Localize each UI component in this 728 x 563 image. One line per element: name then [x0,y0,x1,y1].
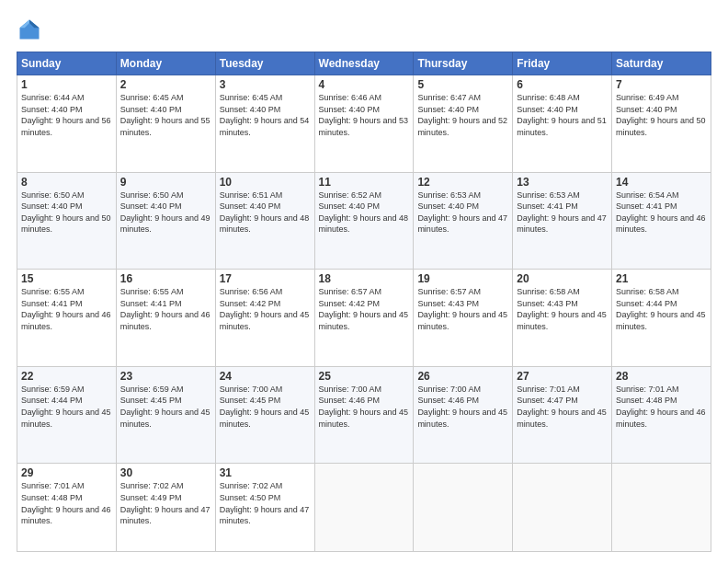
table-row [414,464,513,552]
cell-content: Sunrise: 6:58 AM Sunset: 4:43 PM Dayligh… [517,286,608,332]
table-row [612,464,711,552]
day-number: 4 [319,78,410,91]
table-row: 24 Sunrise: 7:00 AM Sunset: 4:45 PM Dayl… [215,366,314,464]
cell-content: Sunrise: 6:49 AM Sunset: 4:40 PM Dayligh… [616,92,707,138]
day-number: 10 [220,176,311,189]
cell-content: Sunrise: 6:52 AM Sunset: 4:40 PM Dayligh… [319,190,410,236]
table-row: 8 Sunrise: 6:50 AM Sunset: 4:40 PM Dayli… [17,172,117,270]
cell-content: Sunrise: 6:50 AM Sunset: 4:40 PM Dayligh… [120,190,211,236]
cell-content: Sunrise: 6:47 AM Sunset: 4:40 PM Dayligh… [417,92,508,138]
day-number: 3 [220,78,311,91]
table-row: 22 Sunrise: 6:59 AM Sunset: 4:44 PM Dayl… [17,366,117,464]
day-number: 26 [417,370,508,383]
col-monday: Monday [116,52,215,75]
col-wednesday: Wednesday [314,52,414,75]
cell-content: Sunrise: 7:01 AM Sunset: 4:47 PM Dayligh… [517,384,608,430]
cell-content: Sunrise: 6:45 AM Sunset: 4:40 PM Dayligh… [220,92,311,138]
table-row: 25 Sunrise: 7:00 AM Sunset: 4:46 PM Dayl… [314,366,414,464]
day-number: 5 [417,78,508,91]
day-number: 1 [21,78,112,91]
table-row: 11 Sunrise: 6:52 AM Sunset: 4:40 PM Dayl… [314,172,414,270]
table-row: 13 Sunrise: 6:53 AM Sunset: 4:41 PM Dayl… [513,172,612,270]
cell-content: Sunrise: 6:55 AM Sunset: 4:41 PM Dayligh… [120,286,211,332]
table-row: 15 Sunrise: 6:55 AM Sunset: 4:41 PM Dayl… [17,270,117,367]
cell-content: Sunrise: 7:02 AM Sunset: 4:49 PM Dayligh… [120,480,211,526]
day-number: 21 [616,272,707,285]
table-row: 1 Sunrise: 6:44 AM Sunset: 4:40 PM Dayli… [17,75,117,173]
day-number: 29 [21,466,112,479]
table-row: 16 Sunrise: 6:55 AM Sunset: 4:41 PM Dayl… [116,270,215,367]
table-row: 29 Sunrise: 7:01 AM Sunset: 4:48 PM Dayl… [17,464,117,552]
logo [17,17,46,42]
table-row: 20 Sunrise: 6:58 AM Sunset: 4:43 PM Dayl… [513,270,612,367]
table-row: 5 Sunrise: 6:47 AM Sunset: 4:40 PM Dayli… [414,75,513,173]
day-number: 8 [21,176,112,189]
table-row: 30 Sunrise: 7:02 AM Sunset: 4:49 PM Dayl… [116,464,215,552]
logo-icon [17,17,42,42]
cell-content: Sunrise: 7:02 AM Sunset: 4:50 PM Dayligh… [220,480,311,526]
day-number: 20 [517,272,608,285]
cell-content: Sunrise: 6:54 AM Sunset: 4:41 PM Dayligh… [616,190,707,236]
table-row: 26 Sunrise: 7:00 AM Sunset: 4:46 PM Dayl… [414,366,513,464]
day-number: 13 [517,176,608,189]
cell-content: Sunrise: 6:46 AM Sunset: 4:40 PM Dayligh… [319,92,410,138]
day-number: 6 [517,78,608,91]
day-number: 15 [21,272,112,285]
day-number: 30 [120,466,211,479]
day-number: 12 [417,176,508,189]
table-row: 19 Sunrise: 6:57 AM Sunset: 4:43 PM Dayl… [414,270,513,367]
day-number: 25 [319,370,410,383]
cell-content: Sunrise: 6:48 AM Sunset: 4:40 PM Dayligh… [517,92,608,138]
table-row: 28 Sunrise: 7:01 AM Sunset: 4:48 PM Dayl… [612,366,711,464]
day-number: 9 [120,176,211,189]
cell-content: Sunrise: 6:56 AM Sunset: 4:42 PM Dayligh… [220,286,311,332]
cell-content: Sunrise: 7:00 AM Sunset: 4:46 PM Dayligh… [417,384,508,430]
day-number: 23 [120,370,211,383]
table-row: 17 Sunrise: 6:56 AM Sunset: 4:42 PM Dayl… [215,270,314,367]
table-row: 6 Sunrise: 6:48 AM Sunset: 4:40 PM Dayli… [513,75,612,173]
table-row [513,464,612,552]
cell-content: Sunrise: 7:01 AM Sunset: 4:48 PM Dayligh… [616,384,707,430]
calendar-table: Sunday Monday Tuesday Wednesday Thursday… [17,52,711,552]
cell-content: Sunrise: 6:50 AM Sunset: 4:40 PM Dayligh… [21,190,112,236]
day-number: 17 [220,272,311,285]
header-row: Sunday Monday Tuesday Wednesday Thursday… [17,52,711,75]
col-tuesday: Tuesday [215,52,314,75]
cell-content: Sunrise: 7:00 AM Sunset: 4:45 PM Dayligh… [220,384,311,430]
cell-content: Sunrise: 6:59 AM Sunset: 4:45 PM Dayligh… [120,384,211,430]
day-number: 14 [616,176,707,189]
table-row: 18 Sunrise: 6:57 AM Sunset: 4:42 PM Dayl… [314,270,414,367]
header [17,17,711,42]
cell-content: Sunrise: 6:58 AM Sunset: 4:44 PM Dayligh… [616,286,707,332]
col-saturday: Saturday [612,52,711,75]
table-row: 21 Sunrise: 6:58 AM Sunset: 4:44 PM Dayl… [612,270,711,367]
day-number: 31 [220,466,311,479]
cell-content: Sunrise: 6:59 AM Sunset: 4:44 PM Dayligh… [21,384,112,430]
table-row: 10 Sunrise: 6:51 AM Sunset: 4:40 PM Dayl… [215,172,314,270]
cell-content: Sunrise: 6:45 AM Sunset: 4:40 PM Dayligh… [120,92,211,138]
table-row [314,464,414,552]
table-row: 23 Sunrise: 6:59 AM Sunset: 4:45 PM Dayl… [116,366,215,464]
cell-content: Sunrise: 6:44 AM Sunset: 4:40 PM Dayligh… [21,92,112,138]
day-number: 11 [319,176,410,189]
table-row: 31 Sunrise: 7:02 AM Sunset: 4:50 PM Dayl… [215,464,314,552]
table-row: 2 Sunrise: 6:45 AM Sunset: 4:40 PM Dayli… [116,75,215,173]
day-number: 18 [319,272,410,285]
col-friday: Friday [513,52,612,75]
table-row: 3 Sunrise: 6:45 AM Sunset: 4:40 PM Dayli… [215,75,314,173]
day-number: 2 [120,78,211,91]
day-number: 19 [417,272,508,285]
table-row: 14 Sunrise: 6:54 AM Sunset: 4:41 PM Dayl… [612,172,711,270]
cell-content: Sunrise: 6:53 AM Sunset: 4:41 PM Dayligh… [517,190,608,236]
day-number: 27 [517,370,608,383]
cell-content: Sunrise: 7:01 AM Sunset: 4:48 PM Dayligh… [21,480,112,526]
table-row: 27 Sunrise: 7:01 AM Sunset: 4:47 PM Dayl… [513,366,612,464]
table-row: 7 Sunrise: 6:49 AM Sunset: 4:40 PM Dayli… [612,75,711,173]
day-number: 22 [21,370,112,383]
cell-content: Sunrise: 6:57 AM Sunset: 4:43 PM Dayligh… [417,286,508,332]
table-row: 4 Sunrise: 6:46 AM Sunset: 4:40 PM Dayli… [314,75,414,173]
calendar-page: Sunday Monday Tuesday Wednesday Thursday… [0,0,728,563]
cell-content: Sunrise: 6:51 AM Sunset: 4:40 PM Dayligh… [220,190,311,236]
col-sunday: Sunday [17,52,117,75]
day-number: 16 [120,272,211,285]
